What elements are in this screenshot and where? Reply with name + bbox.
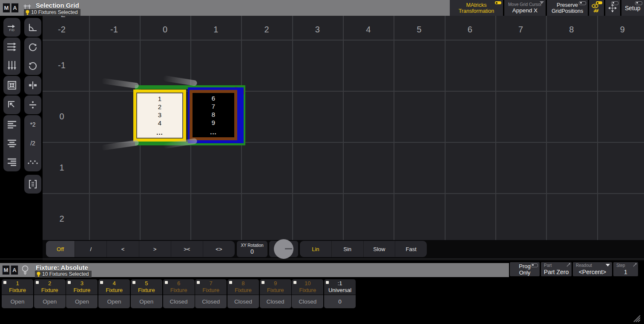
xy-rotation-encoder[interactable] bbox=[269, 241, 298, 257]
grid-row-label: 1 bbox=[59, 163, 64, 173]
fade-segment-button[interactable]: Lin bbox=[300, 241, 331, 257]
compress-button[interactable] bbox=[3, 76, 20, 95]
part-value: Part Zero bbox=[541, 269, 572, 275]
edit-pencil-icon bbox=[566, 263, 570, 267]
preserve-line1: Preserve bbox=[557, 2, 578, 8]
fixture-button-id: 6 bbox=[163, 280, 195, 286]
multiply-2-button[interactable]: *2 bbox=[24, 115, 41, 134]
resize-grip[interactable] bbox=[630, 313, 641, 322]
bulb-outline-icon bbox=[20, 265, 30, 276]
motion-streak bbox=[101, 78, 139, 89]
fixture-button-state: Closed bbox=[260, 295, 291, 308]
selection-grid-window: -2-10123456789 -2-1012 6 7 8 9 ... 1 2 3 bbox=[0, 0, 644, 261]
divide-button[interactable] bbox=[24, 95, 41, 114]
xy-rotation-field[interactable]: XY Rotation 0 bbox=[237, 241, 267, 257]
brackets-grid-icon bbox=[28, 179, 38, 189]
selection-grid-canvas[interactable]: -2-10123456789 -2-1012 6 7 8 9 ... 1 2 3 bbox=[43, 16, 644, 261]
fixture-button-8[interactable]: 8 Fixture Closed bbox=[227, 279, 259, 308]
grid-row-label: 2 bbox=[59, 214, 64, 224]
prog-only-button[interactable]: Prog Only bbox=[510, 262, 540, 276]
fixture-button-state: Closed bbox=[163, 295, 195, 308]
fid-order-button[interactable]: FID bbox=[3, 18, 20, 37]
arrows-down-button[interactable] bbox=[3, 56, 20, 75]
encoder-knob[interactable] bbox=[274, 239, 293, 259]
fade-segment-button[interactable]: Slow bbox=[363, 241, 395, 257]
sidebar-group bbox=[24, 18, 41, 37]
fixture-button-id: 2 bbox=[34, 280, 66, 286]
app-root: -2-10123456789 -2-1012 6 7 8 9 ... 1 2 3 bbox=[0, 0, 644, 324]
bulb-icon bbox=[26, 10, 29, 15]
align-right-button[interactable] bbox=[3, 153, 20, 171]
grid-hline bbox=[43, 91, 644, 92]
align-center-button[interactable] bbox=[3, 134, 20, 153]
grid-brackets-button[interactable] bbox=[24, 175, 41, 194]
angle-button[interactable] bbox=[24, 18, 41, 37]
grid-vline bbox=[445, 16, 446, 261]
fixture-button-id: 5 bbox=[131, 280, 162, 286]
fixture-button-9[interactable]: 9 Fixture Closed bbox=[260, 279, 291, 308]
mode-segment-button[interactable]: <> bbox=[203, 241, 235, 257]
ma-logo: MA bbox=[3, 3, 19, 13]
selection-grid-titlebar[interactable]: MA Selection Grid 10 Fixtures Selected bbox=[0, 0, 452, 16]
mirror-icon bbox=[28, 80, 38, 90]
setup-button[interactable]: Setup bbox=[621, 0, 644, 16]
fixture-button-10[interactable]: 10 Fixture Closed bbox=[292, 279, 323, 308]
fixture-more-indicator: ... bbox=[210, 128, 217, 136]
mode-segment-button[interactable]: / bbox=[75, 241, 106, 257]
move-window-button[interactable] bbox=[605, 0, 620, 16]
fixture-button-5[interactable]: 5 Fixture Open bbox=[131, 279, 162, 308]
fixture-button-4[interactable]: 4 Fixture Open bbox=[98, 279, 130, 308]
corner-reset-button[interactable] bbox=[3, 95, 20, 114]
fixture-button-1[interactable]: 1 Fixture Open bbox=[2, 279, 33, 308]
mode-off-button[interactable]: Off bbox=[46, 241, 75, 257]
preserve-gridpositions-button[interactable]: Preserve GridPositions bbox=[547, 0, 588, 16]
prog-only-line2: Only bbox=[519, 269, 531, 276]
fixture-button-name: Fixture bbox=[98, 287, 130, 293]
align-left-button[interactable] bbox=[3, 115, 20, 134]
fixture-button-7[interactable]: 7 Fixture Closed bbox=[195, 279, 227, 308]
fixture-window-titlebar[interactable]: MA Fixture: Absolute 10 Fixtures Selecte… bbox=[0, 263, 509, 277]
grid-col-label: -2 bbox=[58, 25, 66, 35]
fixture-button-name: Fixture bbox=[2, 287, 33, 293]
grid-cell-0-0-cursor[interactable]: 1 2 3 4 ... bbox=[133, 90, 186, 142]
selection-status-badge: 10 Fixtures Selected bbox=[35, 271, 92, 278]
rotate-cw-button[interactable] bbox=[24, 38, 41, 56]
align-left-icon bbox=[7, 120, 17, 129]
fixture-button-id: :1 bbox=[324, 280, 356, 286]
grid-sidebar: FID bbox=[0, 16, 43, 261]
fade-segment-button[interactable]: Sin bbox=[331, 241, 363, 257]
show-fixture-ids-button[interactable] bbox=[589, 0, 604, 16]
step-button[interactable]: Step 1 bbox=[613, 262, 638, 276]
fixture-id: 8 bbox=[212, 110, 215, 119]
fixture-button-state: Closed bbox=[227, 295, 259, 308]
rotate-ccw-button[interactable] bbox=[24, 56, 41, 75]
sidebar-group bbox=[3, 115, 20, 171]
fixture-button-id: 1 bbox=[2, 280, 33, 286]
ma-logo: MA bbox=[2, 265, 18, 275]
fixture-button-2[interactable]: 2 Fixture Open bbox=[34, 279, 66, 308]
fixture-button-6[interactable]: 6 Fixture Closed bbox=[163, 279, 195, 308]
part-button[interactable]: Part Part Zero bbox=[541, 262, 572, 276]
mode-segment-button[interactable]: < bbox=[106, 241, 138, 257]
fixture-button-name: Fixture bbox=[163, 287, 195, 293]
fade-segment-button[interactable]: Fast bbox=[395, 241, 427, 257]
align-center-icon bbox=[7, 139, 17, 148]
fixture-button-head: 3 Fixture bbox=[66, 279, 98, 295]
move-grid-cursor-button[interactable]: Move Grid Cursor Append X bbox=[504, 0, 546, 16]
grid-vline bbox=[343, 16, 344, 261]
grid-hline bbox=[43, 40, 644, 40]
matricks-transformation-button[interactable]: MAtricks Transformation bbox=[450, 0, 503, 16]
mirror-button[interactable] bbox=[24, 76, 41, 95]
mode-segment-button[interactable]: >< bbox=[171, 241, 203, 257]
mode-segment-button[interactable]: > bbox=[139, 241, 171, 257]
selection-status-text: 10 Fixtures Selected bbox=[42, 271, 89, 277]
divide-2-button[interactable]: /2 bbox=[24, 134, 41, 153]
dropdown-caret-icon bbox=[606, 264, 610, 266]
rotate-cw-icon bbox=[28, 42, 38, 52]
grid-cell-1-0[interactable]: 6 7 8 9 ... bbox=[188, 87, 244, 143]
readout-button[interactable]: Readout <Percent> bbox=[573, 262, 612, 276]
fixture-button-3[interactable]: 3 Fixture Open bbox=[66, 279, 98, 308]
shuffle-button[interactable] bbox=[24, 153, 41, 171]
arrows-right-button[interactable] bbox=[3, 38, 20, 56]
fixture-button-1[interactable]: :1 Universal 0 bbox=[324, 279, 356, 308]
